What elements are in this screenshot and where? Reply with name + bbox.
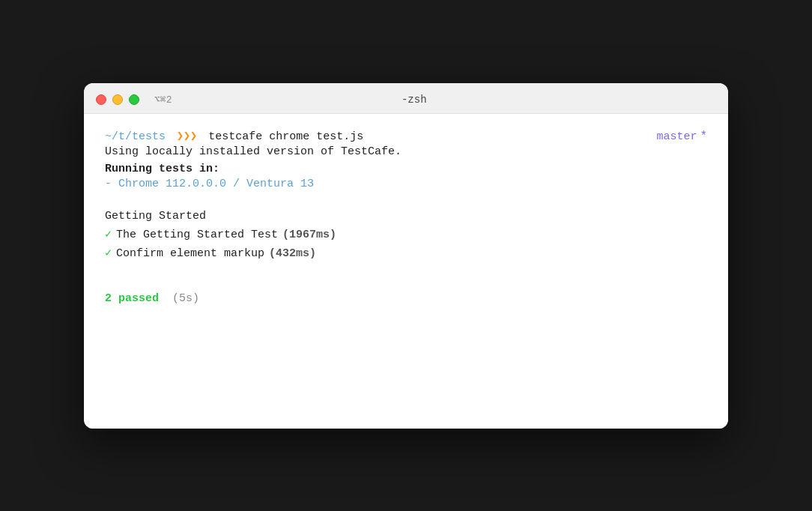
test-time-2: (432ms) xyxy=(269,244,316,264)
terminal-content: ~/t/tests ❯❯❯ testcafe chrome test.js ma… xyxy=(84,114,728,429)
prompt-path: ~/t/tests xyxy=(105,130,166,143)
test-time-1: (1967ms) xyxy=(282,226,336,245)
output-running-in: Running tests in: xyxy=(105,163,707,175)
test-check-1: ✓ xyxy=(105,226,112,245)
terminal-window: ⌥⌘2 -zsh ~/t/tests ❯❯❯ testcafe chrome t… xyxy=(84,83,728,429)
maximize-button[interactable] xyxy=(129,94,139,105)
close-button[interactable] xyxy=(96,94,106,105)
result-time: (5s) xyxy=(166,292,199,305)
test-name-1: The Getting Started Test xyxy=(116,226,278,245)
window-title: -zsh xyxy=(172,94,656,106)
prompt-arrow: ❯❯❯ xyxy=(170,129,204,143)
test-check-2: ✓ xyxy=(105,244,112,264)
output-browser-info: - Chrome 112.0.0.0 / Ventura 13 xyxy=(105,175,707,193)
prompt-line: ~/t/tests ❯❯❯ testcafe chrome test.js ma… xyxy=(105,129,707,143)
suite-name: Getting Started xyxy=(105,210,707,223)
test-result-1: ✓ The Getting Started Test (1967ms) xyxy=(105,226,707,245)
output-testcafe-info: Using locally installed version of TestC… xyxy=(105,143,707,161)
git-branch: master xyxy=(656,130,697,143)
result-summary: 2 passed (5s) xyxy=(105,292,707,305)
traffic-lights xyxy=(96,94,139,105)
prompt-command: testcafe chrome test.js xyxy=(208,130,363,143)
title-bar: ⌥⌘2 -zsh xyxy=(84,83,728,114)
blank-line-1 xyxy=(105,193,707,207)
blank-line-2 xyxy=(105,264,707,277)
git-star: * xyxy=(700,130,707,143)
keyboard-shortcut: ⌥⌘2 xyxy=(154,94,172,106)
test-result-2: ✓ Confirm element markup (432ms) xyxy=(105,244,707,264)
minimize-button[interactable] xyxy=(112,94,123,105)
test-name-2: Confirm element markup xyxy=(116,244,264,264)
result-passed: 2 passed xyxy=(105,292,159,305)
